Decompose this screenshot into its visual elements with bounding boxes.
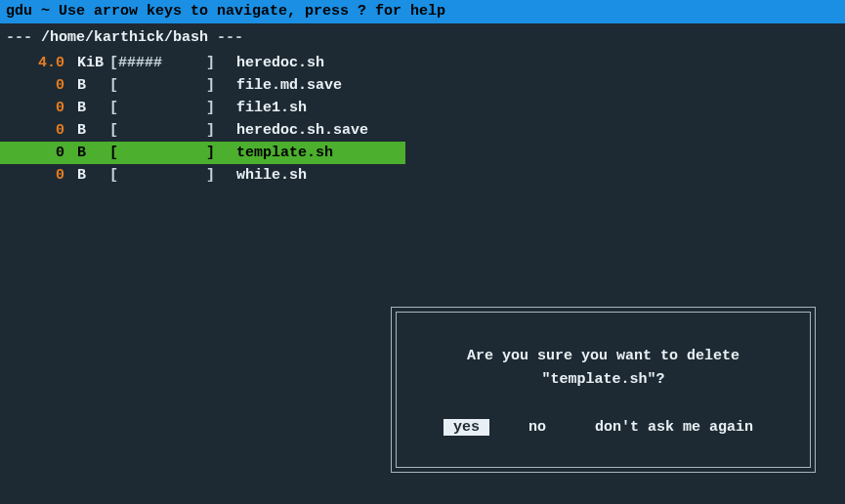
path-value: /home/karthick/bash bbox=[41, 29, 208, 46]
file-row[interactable]: 0 B [ ] while.sh bbox=[0, 164, 845, 187]
file-size: 0 bbox=[0, 74, 68, 97]
file-name: heredoc.sh.save bbox=[236, 119, 845, 142]
file-name: template.sh bbox=[236, 142, 405, 164]
usage-bar: [ ] bbox=[109, 74, 236, 97]
usage-bar: [ ] bbox=[109, 142, 236, 164]
dont-ask-button[interactable]: don't ask me again bbox=[585, 419, 763, 436]
file-row[interactable]: 0 B [ ] template.sh bbox=[0, 142, 405, 164]
file-unit: B bbox=[68, 74, 109, 97]
file-unit: B bbox=[68, 119, 109, 142]
usage-bar: [##### ] bbox=[109, 52, 236, 74]
dialog-line2: "template.sh"? bbox=[467, 368, 739, 392]
file-row[interactable]: 0 B [ ] file1.sh bbox=[0, 97, 845, 119]
file-name: while.sh bbox=[236, 164, 845, 187]
delete-confirm-dialog: Are you sure you want to delete "templat… bbox=[391, 307, 816, 473]
path-suffix: --- bbox=[208, 29, 243, 46]
file-name: file.md.save bbox=[236, 74, 845, 97]
file-row[interactable]: 0 B [ ] heredoc.sh.save bbox=[0, 119, 845, 142]
file-unit: B bbox=[68, 164, 109, 187]
file-size: 0 bbox=[0, 97, 68, 119]
no-button[interactable]: no bbox=[519, 419, 556, 436]
usage-bar: [ ] bbox=[109, 97, 236, 119]
file-unit: KiB bbox=[68, 52, 109, 74]
dialog-inner: Are you sure you want to delete "templat… bbox=[396, 312, 811, 468]
file-row[interactable]: 0 B [ ] file.md.save bbox=[0, 74, 845, 97]
dialog-line1: Are you sure you want to delete bbox=[467, 345, 739, 368]
path-line: --- /home/karthick/bash --- bbox=[0, 27, 845, 48]
usage-bar: [ ] bbox=[109, 119, 236, 142]
file-unit: B bbox=[68, 142, 109, 164]
file-size: 0 bbox=[0, 164, 68, 187]
file-size: 0 bbox=[0, 142, 68, 164]
path-prefix: --- bbox=[6, 29, 41, 46]
file-size: 4.0 bbox=[0, 52, 68, 74]
dialog-buttons: yes no don't ask me again bbox=[444, 419, 763, 436]
file-size: 0 bbox=[0, 119, 68, 142]
file-name: file1.sh bbox=[236, 97, 845, 119]
yes-button[interactable]: yes bbox=[444, 419, 489, 436]
file-list[interactable]: 4.0 KiB [##### ] heredoc.sh0 B [ ] file.… bbox=[0, 52, 845, 187]
usage-bar: [ ] bbox=[109, 164, 236, 187]
dialog-message: Are you sure you want to delete "templat… bbox=[467, 345, 739, 392]
file-unit: B bbox=[68, 97, 109, 119]
header-bar: gdu ~ Use arrow keys to navigate, press … bbox=[0, 0, 845, 23]
header-text: gdu ~ Use arrow keys to navigate, press … bbox=[6, 3, 445, 20]
file-name: heredoc.sh bbox=[236, 52, 845, 74]
file-row[interactable]: 4.0 KiB [##### ] heredoc.sh bbox=[0, 52, 845, 74]
